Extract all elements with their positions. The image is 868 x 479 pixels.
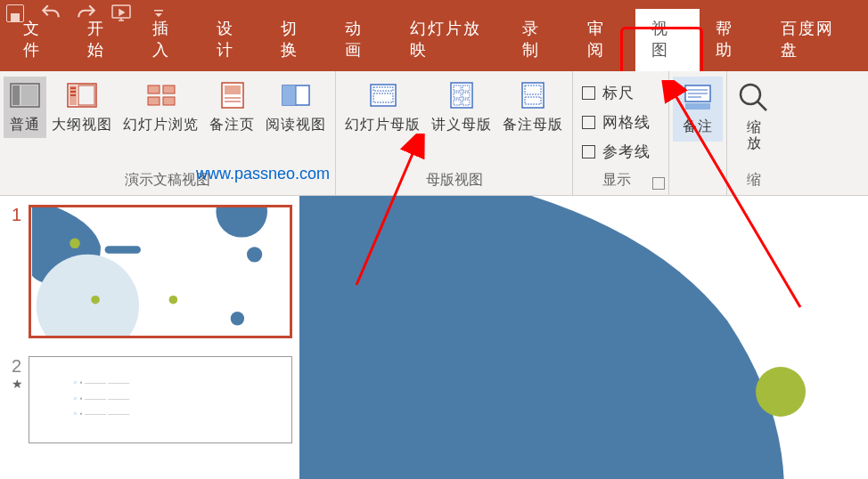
svg-point-50 [756, 367, 806, 417]
ribbon-tabs: 文件 开始 插入 设计 切换 动画 幻灯片放映 录制 审阅 视图 帮助 百度网盘 [0, 27, 868, 71]
slide-master-label: 幻灯片母版 [345, 116, 421, 134]
svg-point-47 [70, 239, 80, 249]
svg-point-49 [169, 296, 178, 304]
outline-view-label: 大纲视图 [52, 116, 112, 134]
ruler-label: 标尺 [602, 83, 635, 103]
svg-rect-7 [78, 85, 94, 105]
svg-rect-14 [163, 97, 175, 105]
gridlines-checkbox[interactable]: 网格线 [577, 110, 656, 134]
ribbon-group-master-views: 幻灯片母版 讲义母版 备注母版 母版视图 [336, 71, 573, 195]
svg-point-42 [216, 207, 267, 238]
slide-sorter-icon [145, 80, 177, 110]
outline-view-button[interactable]: 大纲视图 [46, 77, 118, 138]
notes-page-icon [217, 80, 249, 110]
svg-rect-12 [163, 85, 175, 93]
handout-master-button[interactable]: 讲义母版 [426, 77, 497, 138]
tab-file[interactable]: 文件 [7, 9, 71, 71]
svg-rect-11 [148, 85, 160, 93]
svg-rect-10 [70, 94, 76, 96]
tab-slideshow[interactable]: 幻灯片放映 [394, 9, 507, 71]
slide-sorter-label: 幻灯片浏览 [123, 116, 199, 134]
reading-view-button[interactable]: 阅读视图 [260, 77, 332, 138]
handout-master-label: 讲义母版 [431, 116, 492, 134]
svg-rect-25 [451, 83, 472, 108]
checkbox-icon [582, 145, 595, 158]
guides-label: 参考线 [602, 142, 651, 162]
editor-area: 1 2 ★ [0, 196, 868, 479]
tab-record[interactable]: 录制 [506, 9, 570, 71]
tab-view[interactable]: 视图 [635, 9, 700, 71]
checkbox-icon [582, 86, 595, 100]
outline-view-icon [66, 80, 98, 110]
tab-design[interactable]: 设计 [201, 9, 265, 71]
svg-point-44 [231, 312, 244, 325]
tab-baidu[interactable]: 百度网盘 [765, 9, 862, 71]
svg-rect-8 [70, 87, 76, 89]
thumbnail-item[interactable]: 2 ★ ▫▪ ——— ——— ▫▪ ——— ——— ▫▪ ——— ——— [0, 353, 299, 458]
tab-review[interactable]: 审阅 [571, 9, 635, 71]
notes-master-label: 备注母版 [503, 116, 563, 134]
svg-line-41 [757, 101, 766, 110]
thumbnail-index: 2 [4, 356, 23, 377]
notes-page-button[interactable]: 备注页 [204, 77, 260, 138]
thumbnail-panel[interactable]: 1 2 ★ [0, 196, 299, 479]
normal-view-button[interactable]: 普通 [4, 77, 46, 138]
svg-rect-13 [148, 97, 160, 105]
notes-group-label [696, 170, 700, 191]
thumbnail-slide-2[interactable]: ▫▪ ——— ——— ▫▪ ——— ——— ▫▪ ——— ——— [29, 356, 292, 443]
svg-rect-16 [225, 85, 241, 94]
svg-rect-20 [283, 85, 296, 105]
zoom-label: 缩放 [747, 119, 762, 150]
notes-master-button[interactable]: 备注母版 [497, 77, 569, 138]
svg-rect-3 [12, 85, 20, 105]
notes-page-label: 备注页 [209, 116, 255, 134]
notes-button[interactable]: 备注 [673, 77, 723, 142]
ribbon: 普通 大纲视图 幻灯片浏览 备注页 [0, 71, 868, 196]
ribbon-group-presentation-views: 普通 大纲视图 幻灯片浏览 备注页 [0, 71, 336, 195]
notes-master-icon [517, 80, 549, 110]
ribbon-group-notes: 备注 [669, 71, 727, 195]
tab-transitions[interactable]: 切换 [265, 9, 329, 71]
ribbon-group-zoom: 缩放 缩 [727, 71, 781, 195]
slide-content [299, 196, 868, 479]
presentation-views-group-label: 演示文稿视图 [125, 167, 210, 191]
slide-master-icon [367, 80, 399, 110]
ribbon-group-show: 标尺 网格线 参考线 显示 [573, 71, 669, 195]
svg-rect-4 [21, 85, 37, 105]
guides-checkbox[interactable]: 参考线 [577, 140, 656, 164]
gridlines-label: 网格线 [602, 112, 651, 133]
master-views-group-label: 母版视图 [426, 167, 483, 191]
notes-label: 备注 [683, 118, 713, 136]
svg-rect-39 [685, 103, 710, 110]
thumbnail-item[interactable]: 1 [0, 201, 299, 353]
reading-view-label: 阅读视图 [266, 116, 326, 134]
svg-point-40 [741, 85, 760, 104]
reading-view-icon [280, 80, 312, 110]
animation-star-icon: ★ [4, 377, 23, 391]
tab-help[interactable]: 帮助 [700, 9, 764, 71]
slide-master-button[interactable]: 幻灯片母版 [340, 77, 426, 138]
svg-rect-9 [70, 91, 76, 93]
handout-master-icon [446, 80, 478, 110]
zoom-group-label: 缩 [747, 167, 761, 191]
zoom-button[interactable]: 缩放 [731, 77, 777, 154]
tab-insert[interactable]: 插入 [136, 9, 201, 71]
ruler-checkbox[interactable]: 标尺 [577, 81, 640, 105]
thumbnail-slide-1[interactable] [29, 205, 292, 338]
show-group-label: 显示 [602, 167, 631, 191]
zoom-icon [736, 80, 772, 114]
checkbox-icon [582, 116, 595, 129]
tab-animations[interactable]: 动画 [329, 9, 393, 71]
dialog-launcher-icon[interactable] [652, 177, 665, 190]
svg-point-48 [91, 296, 100, 304]
thumbnail-preview [31, 207, 290, 336]
normal-view-icon [9, 80, 41, 110]
slide-sorter-button[interactable]: 幻灯片浏览 [118, 77, 204, 138]
normal-view-label: 普通 [10, 116, 40, 134]
thumbnail-index: 1 [4, 205, 23, 225]
notes-icon [682, 82, 714, 112]
slide-canvas[interactable] [299, 196, 868, 479]
tab-home[interactable]: 开始 [71, 9, 135, 71]
svg-point-43 [247, 247, 262, 262]
thumbnail-preview: ▫▪ ——— ——— ▫▪ ——— ——— ▫▪ ——— ——— [29, 357, 291, 440]
